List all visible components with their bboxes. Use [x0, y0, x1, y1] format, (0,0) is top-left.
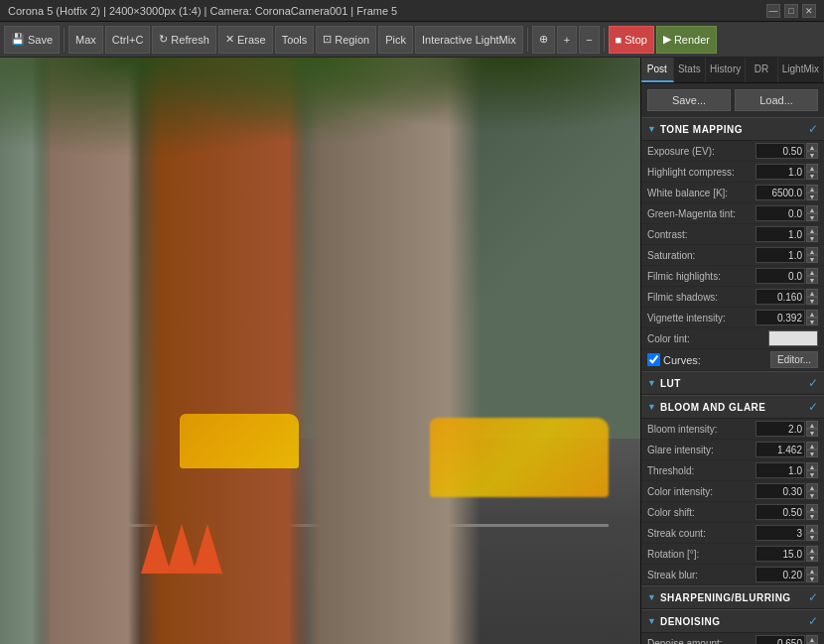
sc-up[interactable]: ▲ [806, 525, 818, 533]
filmic-highlights-input[interactable] [755, 268, 805, 284]
highlight-input[interactable] [755, 164, 805, 180]
rotation-input[interactable] [755, 546, 805, 562]
bloom-glare-header[interactable]: ▼ BLOOM AND GLARE ✓ [641, 395, 824, 419]
bloom-intensity-input[interactable] [755, 421, 805, 437]
erase-button[interactable]: ✕ Erase [218, 26, 273, 54]
lut-check[interactable]: ✓ [808, 376, 818, 390]
gm-tint-spinner: ▲ ▼ [806, 205, 818, 221]
rot-up[interactable]: ▲ [806, 546, 818, 554]
minimize-button[interactable]: — [766, 4, 780, 18]
contrast-down[interactable]: ▼ [806, 234, 818, 242]
denoise-amount-input[interactable] [755, 635, 805, 644]
pick-button[interactable]: Pick [378, 26, 413, 54]
gmt-up[interactable]: ▲ [806, 205, 818, 213]
save-button[interactable]: 💾 Save [4, 26, 60, 54]
cs-down[interactable]: ▼ [806, 512, 818, 520]
tab-post[interactable]: Post [641, 58, 674, 82]
interactive-lightmix-button[interactable]: Interactive LightMix [415, 26, 523, 54]
tab-stats[interactable]: Stats [674, 58, 707, 82]
bloom-glare-check[interactable]: ✓ [808, 400, 818, 414]
thresh-up[interactable]: ▲ [806, 462, 818, 470]
save-preset-button[interactable]: Save... [647, 89, 731, 111]
region-button[interactable]: ⊡ Region [316, 26, 376, 54]
wb-up[interactable]: ▲ [806, 185, 818, 193]
maximize-button[interactable]: □ [784, 4, 798, 18]
lut-header[interactable]: ▼ LUT ✓ [641, 371, 824, 395]
close-button[interactable]: ✕ [802, 4, 816, 18]
color-shift-control: ▲ ▼ [755, 504, 818, 520]
curves-editor-button[interactable]: Editor... [770, 351, 818, 368]
denoising-header[interactable]: ▼ DENOISING ✓ [641, 609, 824, 633]
white-balance-input[interactable] [755, 185, 805, 200]
saturation-input[interactable] [755, 247, 805, 263]
sb-down[interactable]: ▼ [806, 575, 818, 582]
refresh-button[interactable]: ↻ Refresh [152, 26, 216, 54]
sb-up[interactable]: ▲ [806, 567, 818, 575]
streak-blur-input[interactable] [755, 567, 805, 582]
max-button[interactable]: Max [69, 26, 103, 54]
tone-mapping-header[interactable]: ▼ TONE MAPPING ✓ [641, 117, 824, 141]
fs-down[interactable]: ▼ [806, 297, 818, 305]
bi-down[interactable]: ▼ [806, 429, 818, 437]
right-panel: Post Stats History DR LightMix Save... L… [640, 58, 824, 644]
rot-down[interactable]: ▼ [806, 554, 818, 562]
tab-dr[interactable]: DR [746, 58, 778, 82]
ci-up[interactable]: ▲ [806, 483, 818, 491]
stop-button[interactable]: ■ Stop [609, 26, 654, 54]
zoom-fit-button[interactable]: ⊕ [532, 26, 555, 54]
bloom-intensity-spinner: ▲ ▼ [806, 421, 818, 437]
zoom-in-button[interactable]: + [557, 26, 577, 54]
fs-up[interactable]: ▲ [806, 289, 818, 297]
tab-lightmix[interactable]: LightMix [778, 58, 824, 82]
zoom-out-button[interactable]: − [579, 26, 599, 54]
filmic-shadows-input[interactable] [755, 289, 805, 305]
curves-checkbox[interactable] [647, 353, 660, 366]
sat-down[interactable]: ▼ [806, 255, 818, 263]
gi-down[interactable]: ▼ [806, 450, 818, 457]
vig-down[interactable]: ▼ [806, 318, 818, 325]
highlight-down[interactable]: ▼ [806, 172, 818, 180]
gm-tint-input[interactable] [755, 205, 805, 221]
vignette-input[interactable] [755, 310, 805, 325]
copy-button[interactable]: Ctrl+C [105, 26, 150, 54]
highlight-up[interactable]: ▲ [806, 164, 818, 172]
threshold-input[interactable] [755, 462, 805, 478]
glare-intensity-input[interactable] [755, 442, 805, 457]
cs-up[interactable]: ▲ [806, 504, 818, 512]
sharpening-header[interactable]: ▼ SHARPENING/BLURRING ✓ [641, 585, 824, 609]
exposure-down[interactable]: ▼ [806, 151, 818, 159]
separator-2 [527, 28, 528, 52]
color-intensity-label: Color intensity: [647, 486, 755, 497]
gmt-down[interactable]: ▼ [806, 213, 818, 221]
da-up[interactable]: ▲ [806, 635, 818, 643]
sc-down[interactable]: ▼ [806, 533, 818, 541]
fh-spinner: ▲ ▼ [806, 268, 818, 284]
image-area[interactable] [0, 58, 640, 644]
wb-down[interactable]: ▼ [806, 193, 818, 200]
tab-history[interactable]: History [706, 58, 746, 82]
sat-up[interactable]: ▲ [806, 247, 818, 255]
fh-down[interactable]: ▼ [806, 276, 818, 284]
color-intensity-row: Color intensity: ▲ ▼ [641, 481, 824, 502]
denoising-check[interactable]: ✓ [808, 614, 818, 628]
vig-up[interactable]: ▲ [806, 310, 818, 318]
denoising-title: DENOISING [660, 616, 808, 627]
contrast-up[interactable]: ▲ [806, 226, 818, 234]
exposure-up[interactable]: ▲ [806, 143, 818, 151]
render-button[interactable]: ▶ Render [656, 26, 717, 54]
exposure-input[interactable] [755, 143, 805, 159]
tone-mapping-check[interactable]: ✓ [808, 122, 818, 136]
bi-up[interactable]: ▲ [806, 421, 818, 429]
fh-up[interactable]: ▲ [806, 268, 818, 276]
load-preset-button[interactable]: Load... [735, 89, 818, 111]
contrast-input[interactable] [755, 226, 805, 242]
color-intensity-input[interactable] [755, 483, 805, 499]
tools-button[interactable]: Tools [275, 26, 315, 54]
thresh-down[interactable]: ▼ [806, 470, 818, 478]
sharpening-check[interactable]: ✓ [808, 590, 818, 604]
streak-count-input[interactable] [755, 525, 805, 541]
color-tint-swatch[interactable] [768, 330, 818, 346]
gi-up[interactable]: ▲ [806, 442, 818, 450]
color-shift-input[interactable] [755, 504, 805, 520]
ci-down[interactable]: ▼ [806, 491, 818, 499]
